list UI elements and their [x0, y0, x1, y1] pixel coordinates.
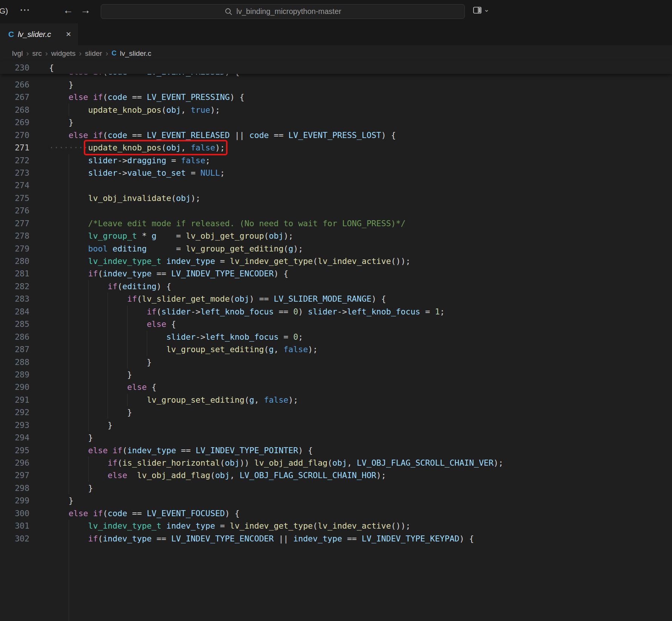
line-number[interactable]: 300 [0, 507, 29, 520]
line-number[interactable]: 282 [0, 280, 29, 293]
line-number[interactable]: 270 [0, 129, 29, 141]
code-line[interactable]: 277 /*Leave edit mode if released. (No n… [0, 217, 672, 230]
line-number[interactable]: 276 [0, 204, 29, 217]
code-line[interactable]: 297 else lv_obj_add_flag(obj, LV_OBJ_FLA… [0, 469, 672, 481]
code-line[interactable]: 288 } [0, 356, 672, 368]
back-arrow-icon[interactable]: ← [63, 5, 73, 16]
code-line[interactable]: 302 if(indev_type == LV_INDEV_TYPE_ENCOD… [0, 532, 672, 545]
code-line[interactable]: 266 } [0, 78, 672, 91]
line-number[interactable]: 279 [0, 242, 29, 255]
code-line[interactable]: 271········update_knob_pos(obj, false); [0, 141, 672, 154]
line-number[interactable] [0, 558, 29, 570]
code-line[interactable]: 299 } [0, 494, 672, 507]
line-number[interactable] [0, 595, 29, 608]
code-line[interactable]: 292 } [0, 406, 672, 419]
code-line[interactable]: 272 slider->dragging = false; [0, 154, 672, 167]
code-line[interactable]: 280 lv_indev_type_t indev_type = lv_inde… [0, 255, 672, 267]
breadcrumb-item-slider[interactable]: slider [85, 49, 102, 58]
line-number[interactable]: 298 [0, 482, 29, 494]
line-number[interactable]: 302 [0, 532, 29, 545]
code-line[interactable]: 283 if(lv_slider_get_mode(obj) == LV_SLI… [0, 293, 672, 305]
code-line[interactable]: 301 lv_indev_type_t indev_type = lv_inde… [0, 520, 672, 532]
chevron-down-icon[interactable]: ⌄ [484, 5, 489, 14]
code-line[interactable]: 273 slider->value_to_set = NULL; [0, 167, 672, 179]
code-line[interactable] [0, 545, 672, 557]
line-number[interactable]: 293 [0, 419, 29, 431]
line-number[interactable]: 291 [0, 394, 29, 406]
code-line[interactable]: 284 if(slider->left_knob_focus == 0) sli… [0, 305, 672, 318]
command-center-search[interactable]: lv_binding_micropython-master [101, 4, 465, 19]
forward-arrow-icon[interactable]: → [80, 5, 91, 16]
line-number[interactable] [0, 545, 29, 557]
line-number[interactable]: 290 [0, 381, 29, 393]
line-number[interactable]: 272 [0, 154, 29, 167]
line-number[interactable]: 277 [0, 217, 29, 230]
breadcrumb-item-widgets[interactable]: widgets [51, 49, 75, 58]
line-number[interactable]: 271 [0, 141, 29, 154]
line-number[interactable]: 266 [0, 78, 29, 91]
line-number[interactable]: 299 [0, 494, 29, 507]
line-number[interactable]: 267 [0, 91, 29, 103]
line-number[interactable]: 294 [0, 431, 29, 444]
code-line[interactable]: 298 } [0, 482, 672, 494]
line-number[interactable]: 269 [0, 116, 29, 129]
line-number[interactable]: 296 [0, 457, 29, 469]
code-line[interactable] [0, 570, 672, 583]
line-number[interactable]: 301 [0, 520, 29, 532]
code-line[interactable]: 295 else if(indev_type == LV_INDEV_TYPE_… [0, 444, 672, 457]
code-line[interactable]: 296 if(is_slider_horizontal(obj)) lv_obj… [0, 457, 672, 469]
line-number[interactable]: 288 [0, 356, 29, 368]
code-line[interactable]: 281 if(indev_type == LV_INDEV_TYPE_ENCOD… [0, 267, 672, 280]
layout-customize-icon[interactable] [472, 5, 482, 15]
code-line[interactable] [0, 595, 672, 608]
code-line[interactable]: 287 lv_group_set_editing(g, false); [0, 343, 672, 356]
line-number[interactable]: 281 [0, 267, 29, 280]
code-line[interactable]: 269 } [0, 116, 672, 129]
line-number[interactable]: 283 [0, 293, 29, 305]
breadcrumb-item-src[interactable]: src [32, 49, 42, 58]
code-area[interactable]: else if(code == LV_EVENT_PRESSED) {266 }… [0, 66, 672, 621]
code-line[interactable]: 293 } [0, 419, 672, 431]
code-line[interactable]: 275 lv_obj_invalidate(obj); [0, 192, 672, 204]
code-line[interactable]: 276 [0, 204, 672, 217]
line-number[interactable]: 278 [0, 230, 29, 242]
line-number[interactable] [0, 583, 29, 595]
code-line[interactable]: 270 else if(code == LV_EVENT_RELEASED ||… [0, 129, 672, 141]
line-number[interactable]: 286 [0, 331, 29, 343]
code-line[interactable]: 282 if(editing) { [0, 280, 672, 293]
line-number[interactable] [0, 570, 29, 583]
code-line[interactable]: 267 else if(code == LV_EVENT_PRESSING) { [0, 91, 672, 103]
breadcrumb-item-file[interactable]: lv_slider.c [120, 49, 151, 58]
line-number[interactable]: 280 [0, 255, 29, 267]
code-line[interactable]: 230{ [0, 61, 672, 74]
close-icon[interactable]: ✕ [66, 30, 71, 38]
line-number[interactable]: 274 [0, 179, 29, 192]
code-line[interactable]: 285 else { [0, 318, 672, 330]
code-line[interactable]: 279 bool editing = lv_group_get_editing(… [0, 242, 672, 255]
code-line[interactable]: 289 } [0, 368, 672, 381]
code-line[interactable]: 278 lv_group_t * g = lv_obj_get_group(ob… [0, 230, 672, 242]
line-number[interactable]: 230 [0, 61, 29, 74]
code-line[interactable]: 268 update_knob_pos(obj, true); [0, 104, 672, 116]
line-number[interactable]: 289 [0, 368, 29, 381]
code-line[interactable]: 290 else { [0, 381, 672, 393]
line-number[interactable]: 275 [0, 192, 29, 204]
tab-lv-slider[interactable]: C lv_slider.c ✕ [0, 23, 78, 45]
more-actions-icon[interactable]: ⋯ [20, 4, 30, 16]
code-line[interactable]: 274 [0, 179, 672, 192]
line-number[interactable]: 285 [0, 318, 29, 330]
line-number[interactable] [0, 608, 29, 620]
code-line[interactable] [0, 608, 672, 620]
code-line[interactable] [0, 583, 672, 595]
line-number[interactable]: 292 [0, 406, 29, 419]
line-number[interactable]: 284 [0, 305, 29, 318]
line-number[interactable]: 287 [0, 343, 29, 356]
line-number[interactable]: 273 [0, 167, 29, 179]
line-number[interactable]: 268 [0, 104, 29, 116]
code-line[interactable]: 286 slider->left_knob_focus = 0; [0, 331, 672, 343]
breadcrumb-item-lvgl[interactable]: lvgl [12, 49, 23, 58]
line-number[interactable]: 297 [0, 469, 29, 481]
code-line[interactable]: 300 else if(code == LV_EVENT_FOCUSED) { [0, 507, 672, 520]
code-line[interactable]: 291 lv_group_set_editing(g, false); [0, 394, 672, 406]
sticky-scroll[interactable]: 230{ [0, 61, 672, 74]
